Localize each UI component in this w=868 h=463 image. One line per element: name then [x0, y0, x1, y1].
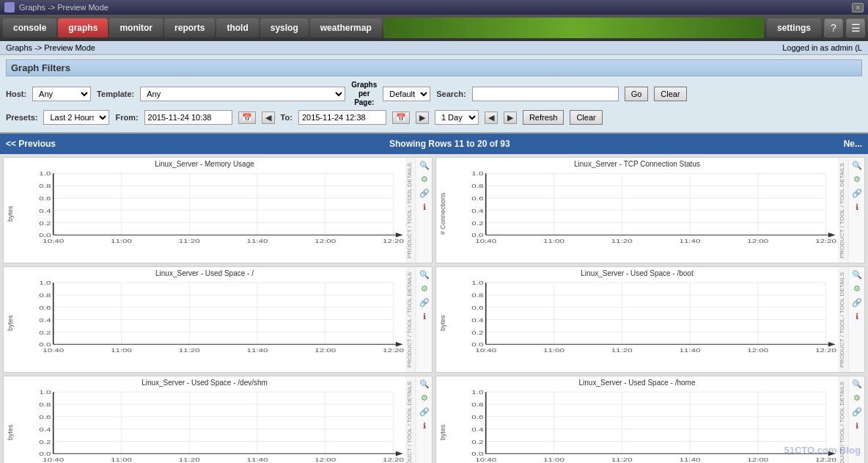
- nav-menu-icon[interactable]: ☰: [846, 18, 865, 37]
- link-icon[interactable]: 🔗: [419, 296, 430, 308]
- svg-text:0.4: 0.4: [39, 317, 51, 323]
- graph-ylabel-2: bytes: [4, 279, 17, 368]
- settings-icon[interactable]: ⚙: [851, 173, 863, 185]
- clear2-button[interactable]: Clear: [570, 110, 602, 125]
- graph-cell-5: Linux_Server - Used Space - /homebytes1.…: [435, 376, 865, 463]
- nav-spacer: [383, 18, 764, 38]
- graph-title-1: Linux_Server - TCP Connection Status: [436, 158, 838, 169]
- to-label: To:: [281, 113, 293, 122]
- close-button[interactable]: ×: [852, 3, 864, 12]
- graph-grid: Linux_Server - Memory Usagebytes1.00.80.…: [0, 154, 868, 463]
- search-input[interactable]: [472, 87, 619, 101]
- graph-side-text-4: PRODUCT / TOOL / TOOL DETAILS: [405, 376, 416, 463]
- template-select[interactable]: Any: [140, 87, 345, 101]
- svg-text:0.8: 0.8: [471, 183, 483, 189]
- next-button[interactable]: Ne...: [844, 139, 862, 149]
- host-select[interactable]: Any: [32, 87, 91, 101]
- graph-side-text-2: PRODUCT / TOOL / TOOL DETAILS: [405, 267, 416, 372]
- svg-text:12:20: 12:20: [815, 238, 837, 244]
- zoom-icon[interactable]: 🔍: [419, 378, 430, 390]
- svg-text:0.8: 0.8: [39, 401, 51, 407]
- info-icon[interactable]: ℹ: [851, 201, 863, 213]
- graph-area-2: bytes1.00.80.60.40.20.010:4011:0011:2011…: [4, 279, 405, 368]
- svg-marker-41: [828, 233, 836, 237]
- zoom-icon[interactable]: 🔍: [419, 159, 430, 171]
- go-button[interactable]: Go: [625, 87, 649, 101]
- graph-main-1: Linux_Server - TCP Connection Status# Co…: [436, 158, 838, 263]
- zoom-icon[interactable]: 🔍: [851, 378, 863, 390]
- svg-text:11:00: 11:00: [543, 347, 565, 353]
- link-icon[interactable]: 🔗: [419, 406, 430, 418]
- presets-select[interactable]: Last 2 Hours: [43, 110, 109, 125]
- host-label: Host:: [6, 90, 26, 98]
- svg-text:12:00: 12:00: [747, 238, 769, 244]
- graph-ylabel-3: bytes: [436, 279, 449, 368]
- settings-icon[interactable]: ⚙: [419, 173, 430, 185]
- svg-marker-122: [396, 451, 403, 456]
- timespan-select[interactable]: 1 Day: [435, 110, 479, 125]
- svg-text:1.0: 1.0: [39, 390, 51, 395]
- zoom-icon[interactable]: 🔍: [419, 269, 430, 280]
- nav-settings[interactable]: settings: [767, 18, 821, 37]
- settings-icon[interactable]: ⚙: [851, 282, 863, 294]
- svg-text:12:00: 12:00: [315, 238, 336, 244]
- link-icon[interactable]: 🔗: [419, 187, 430, 199]
- svg-text:0.6: 0.6: [39, 414, 51, 420]
- zoom-icon[interactable]: 🔍: [851, 159, 863, 171]
- svg-text:0.8: 0.8: [471, 292, 483, 298]
- svg-text:11:20: 11:20: [179, 456, 201, 462]
- graph-main-2: Linux_Server - Used Space - /bytes1.00.8…: [4, 267, 405, 372]
- link-icon[interactable]: 🔗: [851, 406, 863, 418]
- timespan-fwd-btn[interactable]: ▶: [504, 112, 517, 124]
- graph-plot-3: 1.00.80.60.40.20.010:4011:0011:2011:4012…: [449, 279, 838, 356]
- nav-tab-weathermap[interactable]: weathermap: [310, 18, 382, 37]
- presets-label: Presets:: [6, 113, 37, 122]
- svg-text:0.6: 0.6: [471, 305, 483, 310]
- info-icon[interactable]: ℹ: [851, 310, 863, 322]
- link-icon[interactable]: 🔗: [851, 187, 863, 199]
- info-icon[interactable]: ℹ: [419, 420, 430, 431]
- to-input[interactable]: [298, 110, 386, 125]
- graph-cell-0: Linux_Server - Memory Usagebytes1.00.80.…: [3, 157, 433, 263]
- link-icon[interactable]: 🔗: [851, 296, 863, 308]
- from-input[interactable]: [144, 110, 232, 125]
- to-fwd-btn[interactable]: ▶: [416, 112, 429, 124]
- graph-plot-2: 1.00.80.60.40.20.010:4011:0011:2011:4012…: [17, 279, 405, 356]
- nav-tab-graphs[interactable]: graphs: [58, 18, 108, 37]
- svg-text:1.0: 1.0: [471, 280, 484, 286]
- svg-text:12:20: 12:20: [383, 238, 405, 244]
- to-calendar-btn[interactable]: 📅: [392, 112, 410, 124]
- nav-tab-thold[interactable]: thold: [216, 18, 258, 37]
- info-icon[interactable]: ℹ: [851, 420, 863, 431]
- info-icon[interactable]: ℹ: [419, 201, 430, 213]
- nav-tab-syslog[interactable]: syslog: [260, 18, 309, 37]
- nav-help-icon[interactable]: ?: [824, 18, 843, 37]
- settings-icon[interactable]: ⚙: [851, 392, 863, 404]
- graph-plot-1: 1.00.80.60.40.20.010:4011:0011:2011:4012…: [449, 169, 838, 247]
- svg-text:1.0: 1.0: [471, 171, 484, 177]
- from-back-btn[interactable]: ◀: [262, 112, 275, 124]
- nav-tab-reports[interactable]: reports: [164, 18, 215, 37]
- nav-tab-monitor[interactable]: monitor: [109, 18, 163, 37]
- content: << Previous Showing Rows 11 to 20 of 93 …: [0, 134, 868, 463]
- graph-cell-3: Linux_Server - Used Space - /bootbytes1.…: [435, 266, 865, 373]
- from-calendar-btn[interactable]: 📅: [238, 112, 256, 124]
- nav-tab-console[interactable]: console: [3, 18, 56, 37]
- graph-main-4: Linux_Server - Used Space - /dev/shmbyte…: [4, 376, 405, 463]
- svg-marker-14: [396, 233, 403, 237]
- graph-area-0: bytes1.00.80.60.40.20.010:4011:0011:2011…: [4, 169, 405, 258]
- graphs-per-page-select[interactable]: Default: [383, 87, 430, 101]
- graph-icons-0: 🔍⚙🔗ℹ: [416, 158, 432, 263]
- svg-text:0.2: 0.2: [471, 439, 483, 445]
- zoom-icon[interactable]: 🔍: [851, 269, 863, 280]
- svg-text:11:20: 11:20: [611, 456, 633, 462]
- info-icon[interactable]: ℹ: [419, 310, 430, 322]
- settings-icon[interactable]: ⚙: [419, 392, 430, 404]
- graph-side-text-5: PRODUCT / TOOL / TOOL DETAILS: [838, 376, 848, 463]
- refresh-button[interactable]: Refresh: [523, 110, 564, 125]
- graph-ylabel-0: bytes: [4, 169, 17, 258]
- prev-button[interactable]: << Previous: [6, 139, 56, 149]
- settings-icon[interactable]: ⚙: [419, 282, 430, 294]
- clear-button[interactable]: Clear: [654, 87, 686, 101]
- timespan-back-btn[interactable]: ◀: [485, 112, 498, 124]
